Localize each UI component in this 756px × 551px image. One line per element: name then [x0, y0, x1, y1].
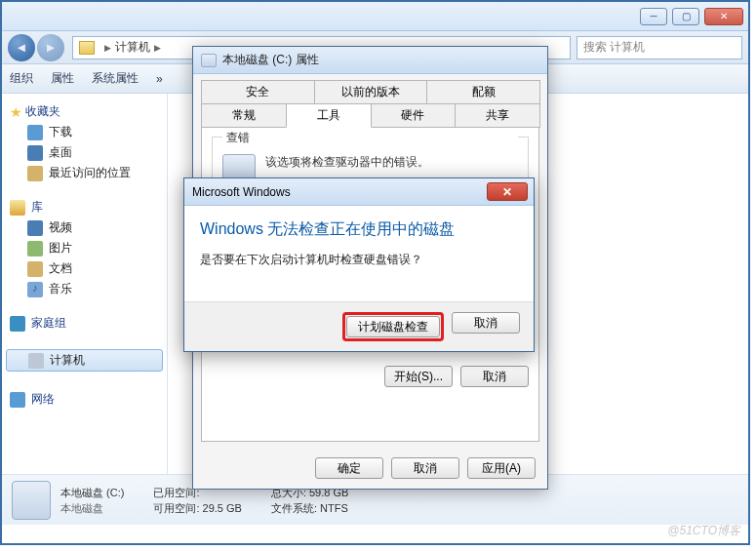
- network-icon: [10, 392, 25, 408]
- ok-button[interactable]: 确定: [315, 457, 383, 479]
- close-button[interactable]: ✕: [704, 8, 743, 25]
- chevron-right-icon: ▶: [154, 43, 161, 53]
- document-icon: [27, 261, 43, 277]
- sidebar-group-favorites[interactable]: ★ 收藏夹: [10, 103, 167, 120]
- window-titlebar: ─ ▢ ✕: [2, 2, 748, 31]
- schedule-disk-check-button[interactable]: 计划磁盘检查: [346, 316, 440, 337]
- desktop-icon: [27, 145, 43, 161]
- star-icon: ★: [10, 104, 22, 120]
- download-icon: [27, 125, 43, 140]
- recent-icon: [27, 166, 43, 181]
- check-disk-description: 该选项将检查驱动器中的错误。: [265, 154, 518, 171]
- sidebar-item-pictures[interactable]: 图片: [2, 238, 167, 258]
- music-icon: ♪: [27, 282, 43, 297]
- dialog-titlebar[interactable]: 本地磁盘 (C:) 属性: [193, 47, 547, 74]
- drive-name: 本地磁盘 (C:): [60, 485, 124, 500]
- picture-icon: [27, 241, 43, 256]
- nav-forward-button[interactable]: ►: [37, 34, 64, 61]
- homegroup-icon: [10, 316, 25, 332]
- start-check-button[interactable]: 开始(S)...: [384, 366, 453, 387]
- drive-icon: [12, 481, 51, 520]
- drive-icon: [201, 54, 217, 67]
- chevron-right-icon: ▶: [104, 43, 111, 53]
- sidebar-group-libraries[interactable]: 库: [10, 199, 167, 216]
- tab-quota[interactable]: 配额: [426, 80, 540, 104]
- sidebar-group-homegroup[interactable]: 家庭组: [10, 315, 167, 332]
- cancel-check-button[interactable]: 取消: [460, 366, 529, 387]
- tab-security[interactable]: 安全: [201, 80, 315, 104]
- dialog-message: 是否要在下次启动计算机时检查硬盘错误？: [200, 252, 518, 268]
- toolbar-overflow[interactable]: »: [156, 72, 163, 86]
- tab-hardware[interactable]: 硬件: [371, 103, 457, 128]
- confirm-dialog: Microsoft Windows ✕ Windows 无法检查正在使用中的磁盘…: [183, 177, 535, 352]
- sidebar-item-music[interactable]: ♪音乐: [2, 279, 167, 299]
- sidebar-item-downloads[interactable]: 下载: [2, 122, 167, 142]
- computer-icon: [28, 353, 44, 369]
- tab-sharing[interactable]: 共享: [455, 103, 540, 128]
- toolbar-properties[interactable]: 属性: [51, 70, 74, 87]
- group-legend: 查错: [222, 130, 518, 146]
- toolbar-organize[interactable]: 组织: [10, 70, 33, 87]
- cancel-button[interactable]: 取消: [391, 457, 459, 479]
- maximize-button[interactable]: ▢: [672, 8, 699, 25]
- navigation-sidebar: ★ 收藏夹 下载 桌面 最近访问的位置 库 视频 图片 文档 ♪音乐 家庭组 计…: [2, 94, 168, 474]
- sidebar-item-desktop[interactable]: 桌面: [2, 142, 167, 163]
- close-button[interactable]: ✕: [487, 182, 528, 201]
- search-input[interactable]: 搜索 计算机: [577, 36, 742, 59]
- tab-general[interactable]: 常规: [201, 103, 287, 128]
- minimize-button[interactable]: ─: [640, 8, 667, 25]
- watermark: @51CTO博客: [667, 523, 740, 539]
- sidebar-item-computer[interactable]: 计算机: [6, 349, 163, 372]
- computer-icon: [79, 41, 95, 55]
- breadcrumb[interactable]: 计算机: [115, 39, 150, 56]
- drive-type: 本地磁盘: [60, 500, 124, 516]
- toolbar-system-properties[interactable]: 系统属性: [92, 70, 139, 87]
- library-icon: [10, 200, 25, 216]
- apply-button[interactable]: 应用(A): [467, 457, 536, 479]
- sidebar-item-videos[interactable]: 视频: [2, 217, 167, 238]
- cancel-button[interactable]: 取消: [452, 312, 520, 334]
- tab-tools[interactable]: 工具: [286, 103, 372, 128]
- highlight-box: 计划磁盘检查: [342, 312, 444, 341]
- dialog-heading: Windows 无法检查正在使用中的磁盘: [200, 219, 518, 240]
- video-icon: [27, 220, 43, 236]
- sidebar-item-documents[interactable]: 文档: [2, 258, 167, 279]
- sidebar-group-network[interactable]: 网络: [10, 391, 167, 408]
- tab-previous-versions[interactable]: 以前的版本: [314, 80, 428, 104]
- sidebar-item-recent[interactable]: 最近访问的位置: [2, 163, 167, 183]
- nav-back-button[interactable]: ◄: [8, 34, 35, 61]
- dialog-titlebar[interactable]: Microsoft Windows ✕: [184, 178, 534, 206]
